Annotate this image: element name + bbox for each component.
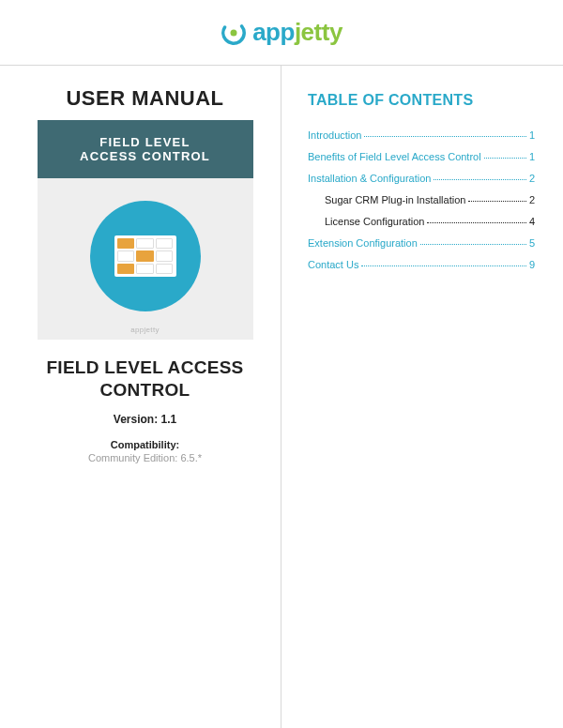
toc-item-label[interactable]: License Configuration [325,216,424,227]
toc-item[interactable]: Benefits of Field Level Access Control1 [308,151,535,162]
brand-name: appjetty [252,18,342,47]
toc-leader-dots [484,158,526,159]
toc-item[interactable]: Contact Us9 [308,259,535,270]
toc-item-page: 2 [529,194,535,205]
toc-leader-dots [420,244,526,245]
page-header: appjetty [0,0,563,66]
user-manual-heading: USER MANUAL [32,86,258,111]
cover-circle-icon [90,201,201,311]
toc-column: TABLE OF CONTENTS Introduction1Benefits … [282,66,563,728]
toc-leader-dots [364,136,525,137]
cover-banner-line2: ACCESS CONTROL [80,149,210,163]
cover-image: FIELD LEVEL ACCESS CONTROL appjetty [38,120,253,340]
toc-heading: TABLE OF CONTENTS [308,92,535,109]
toc-item-label[interactable]: Introduction [308,129,361,141]
toc-item-page: 9 [529,259,535,270]
toc-item-page: 5 [529,237,535,249]
compatibility-label: Compatibility: [32,439,258,450]
toc-item-page: 1 [529,151,535,162]
compatibility-value: Community Edition: 6.5.* [32,452,258,463]
cover-footer-brand: appjetty [38,326,253,334]
toc-leader-dots [361,265,525,266]
toc-item-label[interactable]: Sugar CRM Plug-in Installation [325,194,465,205]
svg-point-1 [231,29,237,36]
toc-list: Introduction1Benefits of Field Level Acc… [308,129,535,270]
brand-logo: appjetty [221,18,342,47]
toc-item-label[interactable]: Installation & Configuration [308,173,431,184]
version-label: Version: 1.1 [32,413,258,426]
cover-banner: FIELD LEVEL ACCESS CONTROL [38,120,253,178]
appjetty-logo-icon [221,20,247,46]
toc-item-page: 2 [529,173,535,184]
toc-item-label[interactable]: Extension Configuration [308,237,418,249]
toc-item-label[interactable]: Benefits of Field Level Access Control [308,151,481,162]
cover-column: USER MANUAL FIELD LEVEL ACCESS CONTROL a… [0,66,282,728]
cover-grid-icon [114,235,176,277]
document-title: FIELD LEVEL ACCESS CONTROL [32,356,258,402]
page-content: USER MANUAL FIELD LEVEL ACCESS CONTROL a… [0,66,563,728]
toc-item-label[interactable]: Contact Us [308,259,358,270]
toc-item[interactable]: Extension Configuration5 [308,237,535,249]
cover-banner-line1: FIELD LEVEL [99,135,190,149]
toc-item[interactable]: Installation & Configuration2 [308,173,535,184]
toc-leader-dots [468,201,525,202]
toc-item[interactable]: Sugar CRM Plug-in Installation2 [308,194,535,205]
toc-leader-dots [434,179,525,180]
toc-item-page: 1 [529,129,535,141]
brand-name-part2: jetty [295,18,342,46]
brand-name-part1: app [252,18,295,46]
toc-item-page: 4 [529,216,535,227]
toc-leader-dots [427,222,525,223]
toc-item[interactable]: Introduction1 [308,129,535,141]
toc-item[interactable]: License Configuration4 [308,216,535,227]
